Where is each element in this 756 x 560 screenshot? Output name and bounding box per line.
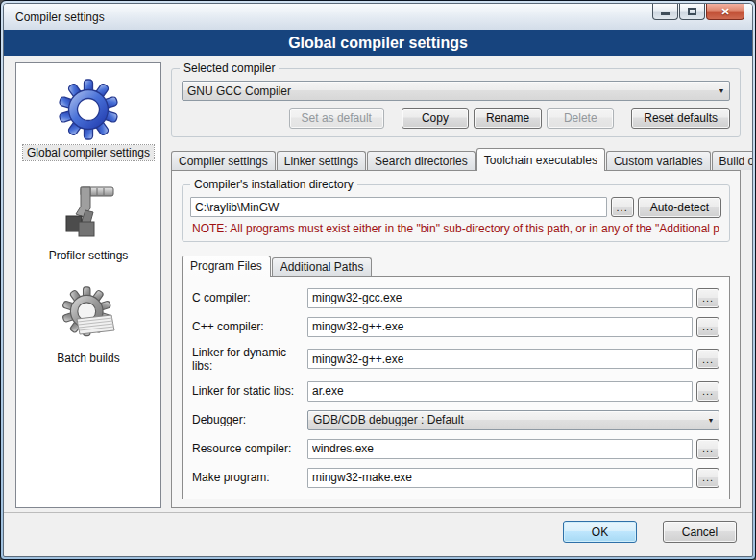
- field-label: Make program:: [192, 471, 307, 484]
- form-row-resource-compiler: Resource compiler: ...: [192, 439, 719, 459]
- field-label: C compiler:: [192, 291, 307, 304]
- cpp-compiler-input[interactable]: [307, 317, 693, 337]
- debugger-select[interactable]: GDB/CDB debugger : Default ▼: [307, 410, 719, 430]
- tab-build-options[interactable]: Build options: [712, 151, 753, 170]
- field-label: Resource compiler:: [192, 442, 307, 455]
- sidebar-item-label: Profiler settings: [45, 248, 133, 263]
- linker-dynamic-browse-button[interactable]: ...: [696, 349, 719, 369]
- linker-static-input[interactable]: [307, 381, 693, 402]
- installation-note: NOTE: All programs must exist either in …: [192, 222, 719, 235]
- maximize-icon: [688, 8, 696, 15]
- close-icon: ✕: [720, 6, 729, 18]
- installation-directory-group: Compiler's installation directory ... Au…: [182, 184, 730, 242]
- sidebar-item-label: Global compiler settings: [23, 145, 154, 160]
- minimize-button[interactable]: [652, 4, 678, 20]
- resource-compiler-input[interactable]: [307, 439, 693, 459]
- compiler-select-value: GNU GCC Compiler: [187, 85, 714, 98]
- dialog-header-title: Global compiler settings: [288, 35, 468, 52]
- sidebar-item-profiler-settings[interactable]: Profiler settings: [45, 174, 133, 277]
- rename-button[interactable]: Rename: [474, 108, 542, 129]
- tab-linker-settings[interactable]: Linker settings: [277, 151, 366, 170]
- field-label: Linker for static libs:: [192, 384, 307, 398]
- debugger-select-value: GDB/CDB debugger : Default: [313, 413, 703, 426]
- dialog-header: Global compiler settings: [4, 30, 752, 56]
- selected-compiler-group: Selected compiler GNU GCC Compiler ▼ Set…: [171, 68, 741, 137]
- window-title: Compiler settings: [15, 11, 105, 24]
- tab-custom-variables[interactable]: Custom variables: [606, 151, 711, 170]
- caliper-icon: [58, 182, 119, 243]
- form-row-c-compiler: C compiler: ...: [192, 288, 719, 308]
- compiler-settings-window: Compiler settings ✕ Global compiler sett…: [0, 0, 756, 560]
- settings-panel: Selected compiler GNU GCC Compiler ▼ Set…: [171, 62, 741, 508]
- toolchain-subtab-bar: Program Files Additional Paths: [182, 256, 730, 276]
- compiler-action-buttons: Set as default Copy Rename Delete Reset …: [182, 108, 730, 129]
- make-program-input[interactable]: [307, 468, 693, 488]
- installation-directory-browse-button[interactable]: ...: [611, 197, 634, 217]
- auto-detect-button[interactable]: Auto-detect: [638, 197, 721, 218]
- tab-compiler-settings[interactable]: Compiler settings: [171, 151, 276, 170]
- linker-dynamic-input[interactable]: [307, 349, 693, 369]
- toolchain-executables-panel: Compiler's installation directory ... Au…: [171, 170, 741, 508]
- subtab-program-files[interactable]: Program Files: [182, 256, 271, 277]
- sidebar-item-label: Batch builds: [53, 351, 123, 366]
- maximize-button[interactable]: [679, 4, 705, 20]
- installation-directory-input[interactable]: [190, 197, 607, 217]
- field-label: Debugger:: [192, 413, 307, 426]
- chevron-down-icon: ▼: [714, 87, 729, 94]
- tab-toolchain-executables[interactable]: Toolchain executables: [476, 148, 605, 171]
- window-controls: ✕: [652, 4, 744, 20]
- program-files-panel: C compiler: ... C++ compiler: ... Linker…: [182, 276, 730, 499]
- form-row-linker-dynamic: Linker for dynamic libs: ...: [192, 346, 719, 373]
- settings-tab-bar: Compiler settings Linker settings Search…: [171, 147, 741, 170]
- make-program-browse-button[interactable]: ...: [696, 468, 719, 488]
- c-compiler-input[interactable]: [307, 288, 693, 308]
- chevron-down-icon: ▼: [703, 417, 719, 424]
- selected-compiler-group-label: Selected compiler: [180, 61, 279, 75]
- resource-compiler-browse-button[interactable]: ...: [696, 439, 719, 459]
- copy-button[interactable]: Copy: [402, 108, 469, 129]
- field-label: C++ compiler:: [192, 320, 307, 333]
- form-row-debugger: Debugger: GDB/CDB debugger : Default ▼: [192, 410, 719, 430]
- dialog-footer: OK Cancel: [4, 512, 752, 556]
- close-button[interactable]: ✕: [706, 4, 744, 20]
- installation-directory-group-label: Compiler's installation directory: [190, 178, 357, 191]
- reset-defaults-button[interactable]: Reset defaults: [631, 108, 730, 129]
- main-area: Global compiler settings: [4, 56, 752, 512]
- window-inner: Compiler settings ✕ Global compiler sett…: [3, 3, 753, 557]
- sidebar-item-global-compiler-settings[interactable]: Global compiler settings: [23, 71, 154, 174]
- title-bar[interactable]: Compiler settings ✕: [4, 4, 752, 30]
- ok-button[interactable]: OK: [563, 521, 637, 543]
- subtab-additional-paths[interactable]: Additional Paths: [272, 257, 373, 276]
- compiler-select[interactable]: GNU GCC Compiler ▼: [182, 81, 730, 101]
- blue-gear-icon: [58, 79, 119, 140]
- c-compiler-browse-button[interactable]: ...: [696, 288, 719, 308]
- form-row-cpp-compiler: C++ compiler: ...: [192, 317, 719, 337]
- cpp-compiler-browse-button[interactable]: ...: [696, 317, 719, 337]
- set-as-default-button[interactable]: Set as default: [289, 108, 384, 129]
- linker-static-browse-button[interactable]: ...: [696, 381, 719, 402]
- delete-button[interactable]: Delete: [547, 108, 614, 129]
- form-row-linker-static: Linker for static libs: ...: [192, 381, 719, 402]
- settings-category-list: Global compiler settings: [15, 62, 161, 508]
- installation-directory-row: ... Auto-detect: [190, 197, 721, 218]
- tab-search-directories[interactable]: Search directories: [367, 151, 476, 170]
- cancel-button[interactable]: Cancel: [663, 521, 737, 543]
- field-label: Linker for dynamic libs:: [192, 346, 307, 373]
- minimize-icon: [661, 12, 670, 15]
- sidebar-item-batch-builds[interactable]: Batch builds: [53, 277, 123, 379]
- form-row-make-program: Make program: ...: [192, 468, 719, 488]
- batch-gear-icon: [58, 284, 119, 346]
